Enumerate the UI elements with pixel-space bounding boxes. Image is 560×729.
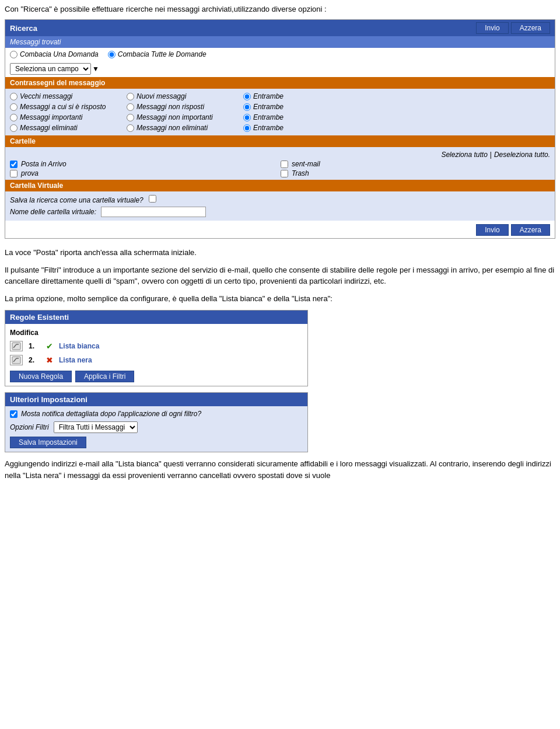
match-option-1[interactable]: Combacia Una Domanda	[10, 50, 99, 58]
regole-buttons: Nuova Regola Applica i Filtri	[10, 371, 303, 382]
importanti-radio-label[interactable]: Messaggi importanti	[10, 113, 127, 121]
nome-cartella-input[interactable]	[101, 207, 206, 217]
contrassegni-row-1: Vecchi messaggi Nuovi messaggi Entrambe	[10, 91, 550, 102]
invio-button-top[interactable]: Invio	[476, 22, 508, 34]
non-importanti-radio[interactable]	[127, 114, 134, 121]
eliminati-radio-label[interactable]: Messaggi eliminati	[10, 124, 127, 132]
posta-arrivo-checkbox[interactable]	[10, 161, 18, 168]
edit-icon-1[interactable]	[10, 341, 23, 351]
salva-ricerca-text: Salva la ricerca come una cartella virtu…	[10, 195, 550, 204]
nome-cartella-row: Nome delle cartella virtuale:	[10, 207, 550, 217]
trash-label[interactable]: Trash	[281, 169, 550, 177]
regole-header: Regole Esistenti	[5, 311, 307, 324]
ulteriori-header: Ulteriori Impostazioni	[5, 393, 307, 406]
entrambe-radio-1-label[interactable]: Entrambe	[243, 92, 360, 100]
salva-btn-row: Salva Impostazioni	[10, 437, 303, 448]
applica-filtri-button[interactable]: Applica i Filtri	[75, 371, 134, 382]
intro-text: Con "Ricerca" è possibile effettuare ric…	[5, 5, 555, 13]
contrassegni-row-4: Messaggi eliminati Messaggi non eliminat…	[10, 123, 550, 133]
invio-button-bottom[interactable]: Invio	[476, 224, 508, 236]
campo-select[interactable]: Seleziona un campo	[10, 63, 91, 75]
prova-label[interactable]: prova	[10, 169, 279, 177]
regole-row-1: 1. ✔ Lista bianca	[10, 339, 303, 353]
entrambe-radio-1[interactable]	[243, 93, 251, 100]
regole-body: Modifica 1. ✔ Lista bianca	[5, 324, 307, 386]
entrambe-radio-2-label[interactable]: Entrambe	[243, 103, 360, 111]
vecchi-radio-label[interactable]: Vecchi messaggi	[10, 92, 127, 100]
vecchi-radio[interactable]	[10, 93, 18, 100]
contrassegni-row-2: Messaggi a cui si è risposto Messaggi no…	[10, 102, 550, 112]
regole-container: Regole Esistenti Modifica 1. ✔ Lista bia…	[5, 310, 308, 386]
deseleziona-tutto-link[interactable]: Deseleziona tutto.	[494, 151, 550, 159]
lista-bianca-icon: ✔	[46, 341, 53, 351]
cartelle-links: Seleziona tutto | Deseleziona tutto.	[10, 149, 550, 160]
non-eliminati-radio[interactable]	[127, 124, 134, 132]
trash-checkbox[interactable]	[281, 170, 288, 177]
importanti-radio[interactable]	[10, 114, 18, 121]
lista-bianca-label[interactable]: Lista bianca	[59, 342, 99, 350]
search-box: Ricerca Invio Azzera Messaggi trovati Co…	[5, 19, 555, 239]
notifica-row: Mosta notifica dettagliata dopo l'applic…	[10, 410, 303, 418]
non-risposti-radio[interactable]	[127, 103, 134, 111]
match-options-row: Combacia Una Domanda Combacia Tutte le D…	[5, 48, 555, 61]
posta-arrivo-label[interactable]: Posta in Arrivo	[10, 160, 279, 168]
lista-nera-icon: ✖	[46, 355, 53, 365]
edit-icon-2[interactable]	[10, 355, 23, 365]
opzioni-label: Opzioni Filtri	[10, 423, 49, 431]
seleziona-tutto-link[interactable]: Seleziona tutto	[441, 151, 487, 159]
entrambe-radio-3-label[interactable]: Entrambe	[243, 113, 360, 121]
match-option-2[interactable]: Combacia Tutte le Domande	[108, 50, 206, 58]
regola-num-2: 2.	[29, 356, 40, 364]
non-risposti-radio-label[interactable]: Messaggi non risposti	[127, 103, 243, 111]
cartella-virtuale-header: Cartella Virtuale	[5, 180, 555, 191]
nuovi-radio-label[interactable]: Nuovi messaggi	[127, 92, 243, 100]
match-radio-1[interactable]	[10, 51, 18, 58]
entrambe-radio-4-label[interactable]: Entrambe	[243, 124, 360, 132]
notifica-label: Mosta notifica dettagliata dopo l'applic…	[21, 410, 201, 418]
match-radio-2[interactable]	[108, 51, 116, 58]
azzera-button-bottom[interactable]: Azzera	[511, 224, 550, 236]
non-eliminati-radio-label[interactable]: Messaggi non eliminati	[127, 124, 243, 132]
campo-select-row: Seleziona un campo ▼	[5, 61, 555, 77]
risposto-radio-label[interactable]: Messaggi a cui si è risposto	[10, 103, 127, 111]
salva-impostazioni-button[interactable]: Salva Impostazioni	[10, 437, 86, 448]
contrassegni-rows: Vecchi messaggi Nuovi messaggi Entrambe …	[5, 89, 555, 135]
non-importanti-radio-label[interactable]: Messaggi non importanti	[127, 113, 243, 121]
search-title: Ricerca	[10, 24, 37, 33]
body-text-4: Aggiungendo indirizzi e-mail alla "Lista…	[5, 458, 555, 481]
body-text-2: Il pulsante "Filtri" introduce a un impo…	[5, 264, 555, 287]
svg-rect-0	[12, 343, 20, 350]
cartelle-section: Seleziona tutto | Deseleziona tutto. Pos…	[5, 147, 555, 180]
nuovi-radio[interactable]	[127, 93, 134, 100]
entrambe-radio-3[interactable]	[243, 114, 251, 121]
lista-nera-label[interactable]: Lista nera	[59, 356, 92, 364]
cartelle-header: Cartelle	[5, 135, 555, 147]
azzera-button-top[interactable]: Azzera	[511, 22, 550, 34]
entrambe-radio-2[interactable]	[243, 103, 251, 111]
opzioni-select[interactable]: Filtra Tutti i Messaggi	[54, 421, 138, 433]
contrassegni-header: Contrassegni del messaggio	[5, 77, 555, 89]
search-bottom-buttons: Invio Azzera	[5, 221, 555, 238]
cartella-virtuale-body: Salva la ricerca come una cartella virtu…	[5, 191, 555, 221]
body-text-1: La voce "Posta" riporta anch'essa alla s…	[5, 247, 555, 259]
notifica-checkbox[interactable]	[10, 410, 18, 418]
prova-checkbox[interactable]	[10, 170, 18, 177]
messaggi-trovati-header: Messaggi trovati	[5, 36, 555, 48]
regola-num-1: 1.	[29, 342, 40, 350]
eliminati-radio[interactable]	[10, 124, 18, 132]
entrambe-radio-4[interactable]	[243, 124, 251, 132]
search-top-buttons: Invio Azzera	[476, 22, 550, 34]
opzioni-row: Opzioni Filtri Filtra Tutti i Messaggi	[10, 421, 303, 433]
body-text-3: La prima opzione, molto semplice da conf…	[5, 293, 555, 305]
ulteriori-body: Mosta notifica dettagliata dopo l'applic…	[5, 406, 307, 452]
ulteriori-container: Ulteriori Impostazioni Mosta notifica de…	[5, 392, 308, 452]
nuova-regola-button[interactable]: Nuova Regola	[10, 371, 72, 382]
cartelle-grid: Posta in Arrivo sent-mail prova Trash	[10, 160, 550, 177]
salva-ricerca-checkbox[interactable]	[149, 195, 156, 203]
regole-row-2: 2. ✖ Lista nera	[10, 353, 303, 367]
sent-mail-label[interactable]: sent-mail	[281, 160, 550, 168]
sent-mail-checkbox[interactable]	[281, 161, 288, 168]
risposto-radio[interactable]	[10, 103, 18, 111]
contrassegni-row-3: Messaggi importanti Messaggi non importa…	[10, 112, 550, 123]
svg-rect-3	[12, 357, 20, 364]
